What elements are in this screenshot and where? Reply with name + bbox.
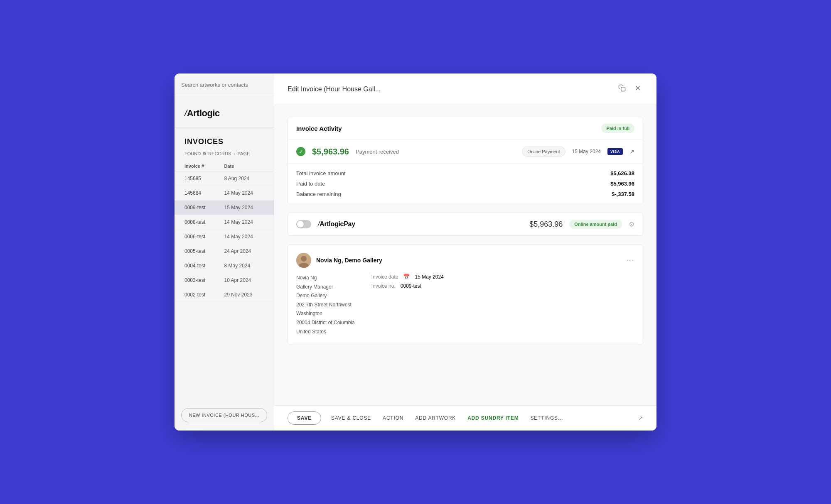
action-button[interactable]: ACTION <box>381 412 405 424</box>
records-info: FOUND 9 RECORDS ‹ PAGE <box>175 151 274 161</box>
sidebar: /Artlogic INVOICES FOUND 9 RECORDS ‹ PAG… <box>175 73 274 431</box>
gear-icon[interactable]: ⚙ <box>629 220 634 228</box>
client-section: Novia Ng, Demo Gallery ··· Novia Ng Gall… <box>288 244 643 345</box>
external-link-icon[interactable]: ↗ <box>629 148 634 155</box>
search-bar[interactable] <box>175 73 274 96</box>
copy-button[interactable] <box>617 83 627 95</box>
list-item[interactable]: 0009-test15 May 2024 <box>175 201 274 215</box>
svg-point-4 <box>301 256 307 262</box>
payment-label: Payment received <box>356 149 515 155</box>
client-details: Novia Ng Gallery Manager Demo Gallery 20… <box>296 274 634 336</box>
balance-remaining-row: Balance remaining $-,337.58 <box>296 191 634 197</box>
invoice-date-row: Invoice date 📅 15 May 2024 <box>371 274 444 280</box>
save-close-button[interactable]: SAVE & CLOSE <box>329 412 373 424</box>
online-amount-paid-badge: Online amount paid <box>569 220 622 229</box>
list-item[interactable]: 14568414 May 2024 <box>175 186 274 201</box>
invoice-activity-header: Invoice Activity Paid in full <box>288 117 643 140</box>
client-address: Novia Ng Gallery Manager Demo Gallery 20… <box>296 274 355 336</box>
section-title: INVOICES <box>175 127 274 151</box>
artlogic-pay-logo: /ArtlogicPay <box>318 220 355 228</box>
modal-header: Edit Invoice (Hour House Gall... <box>274 73 656 105</box>
invoice-activity-card: Invoice Activity Paid in full ✓ $5,963.9… <box>288 117 643 204</box>
list-item[interactable]: 0003-test10 Apr 2024 <box>175 273 274 288</box>
list-item[interactable]: 0002-test29 Nov 2023 <box>175 288 274 302</box>
total-invoice-row: Total invoice amount $5,626.38 <box>296 170 634 176</box>
invoice-list: 1456858 Aug 202414568414 May 20240009-te… <box>175 171 274 302</box>
new-invoice-button[interactable]: NEW INVOICE (HOUR HOUS... <box>181 408 267 422</box>
invoice-activity-title: Invoice Activity <box>296 125 342 132</box>
online-payment-badge: Online Payment <box>522 147 565 157</box>
paid-to-date-row: Paid to date $5,963.96 <box>296 181 634 187</box>
search-input[interactable] <box>181 82 267 88</box>
invoice-list-header: Invoice # Date <box>175 161 274 171</box>
artlogic-pay-amount: $5,963.96 <box>529 220 563 229</box>
visa-badge: VISA <box>607 148 623 155</box>
paid-in-full-badge: Paid in full <box>601 124 634 133</box>
modal-actions <box>617 83 643 95</box>
invoice-no-row: Invoice no. 0009-test <box>371 283 444 289</box>
list-item[interactable]: 0005-test24 Apr 2024 <box>175 244 274 259</box>
client-name: Novia Ng, Demo Gallery <box>316 257 622 264</box>
footer-external-link-icon[interactable]: ↗ <box>638 415 643 421</box>
list-item[interactable]: 1456858 Aug 2024 <box>175 171 274 186</box>
check-icon: ✓ <box>296 147 305 156</box>
payment-date: 15 May 2024 <box>572 149 601 154</box>
list-item[interactable]: 0004-test8 May 2024 <box>175 259 274 273</box>
client-header: Novia Ng, Demo Gallery ··· <box>296 253 634 268</box>
add-artwork-button[interactable]: ADD ARTWORK <box>413 412 457 424</box>
logo: /Artlogic <box>184 108 264 119</box>
invoice-meta: Invoice date 📅 15 May 2024 Invoice no. 0… <box>371 274 444 336</box>
list-item[interactable]: 0008-test14 May 2024 <box>175 215 274 230</box>
save-button[interactable]: SAVE <box>288 411 321 425</box>
main-panel: Edit Invoice (Hour House Gall... <box>274 73 656 431</box>
payment-amount: $5,963.96 <box>312 147 349 157</box>
artlogic-pay-card: /ArtlogicPay $5,963.96 Online amount pai… <box>288 213 643 236</box>
settings-button[interactable]: SETTINGS... <box>529 412 565 424</box>
app-window: /Artlogic INVOICES FOUND 9 RECORDS ‹ PAG… <box>175 73 656 431</box>
list-item[interactable]: 0006-test14 May 2024 <box>175 230 274 244</box>
modal-body: Invoice Activity Paid in full ✓ $5,963.9… <box>274 105 656 405</box>
toggle-switch[interactable] <box>296 220 311 228</box>
nav-chevron: ‹ <box>234 152 235 156</box>
more-options-icon[interactable]: ··· <box>627 257 634 264</box>
invoice-summary: Total invoice amount $5,626.38 Paid to d… <box>288 164 643 204</box>
close-button[interactable] <box>632 83 643 95</box>
payment-row: ✓ $5,963.96 Payment received Online Paym… <box>288 140 643 164</box>
calendar-icon: 📅 <box>403 274 410 280</box>
modal-title: Edit Invoice (Hour House Gall... <box>288 86 381 93</box>
svg-rect-0 <box>621 87 625 91</box>
avatar <box>296 253 311 268</box>
modal-footer: SAVE SAVE & CLOSE ACTION ADD ARTWORK ADD… <box>274 405 656 431</box>
logo-area: /Artlogic <box>175 96 274 127</box>
add-sundry-item-button[interactable]: ADD SUNDRY ITEM <box>466 412 520 424</box>
